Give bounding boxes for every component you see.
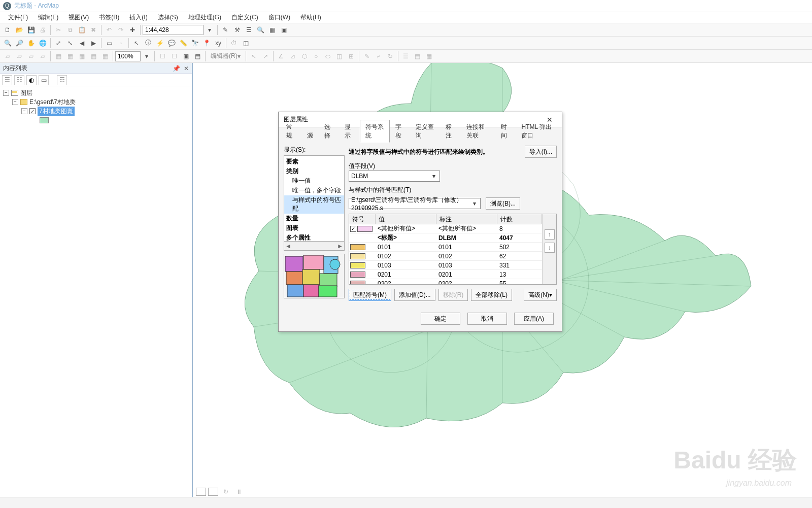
goto-xy-icon[interactable]: xy	[213, 38, 224, 49]
match-symbols-button[interactable]: 匹配符号(M)	[349, 289, 391, 301]
layout3-icon[interactable]: ▣	[180, 51, 191, 62]
collapse-icon[interactable]: −	[12, 99, 18, 105]
tree-layer[interactable]: − ✓ 7村地类图斑	[3, 107, 189, 116]
create-viewer-icon[interactable]: ◫	[240, 38, 251, 49]
cat-match-style[interactable]: 与样式中的符号匹配	[284, 195, 344, 214]
symbol-swatch[interactable]	[350, 272, 365, 278]
table-row[interactable]: <标题>DLBM4047	[349, 233, 542, 243]
menu-insert[interactable]: 插入(I)	[124, 12, 152, 23]
model-builder-icon[interactable]: ▣	[278, 24, 289, 36]
chevron-down-icon[interactable]: ▾	[204, 24, 215, 36]
layer-name[interactable]: 7村地类图斑	[38, 107, 75, 116]
chevron-down-icon[interactable]: ▾	[430, 173, 437, 180]
hyperlink-icon[interactable]: ⚡	[154, 38, 165, 49]
toc-options-icon[interactable]: ☶	[57, 75, 67, 85]
find-icon[interactable]: 🔭	[189, 38, 200, 49]
html-popup-icon[interactable]: 💬	[166, 38, 177, 49]
undo-icon[interactable]: ↶	[104, 24, 115, 36]
sketch7-icon[interactable]: ⊞	[346, 51, 357, 62]
list-by-drawing-icon[interactable]: ☰	[2, 75, 12, 85]
remove-button[interactable]: 移除(R)	[438, 289, 468, 301]
print-icon[interactable]: 🖨	[37, 24, 48, 36]
paste-icon[interactable]: 📋	[76, 24, 87, 36]
import-button[interactable]: 导入(I)...	[525, 146, 557, 158]
table-row[interactable]: 01010101502	[349, 243, 542, 252]
menu-bookmarks[interactable]: 书签(B)	[94, 12, 124, 23]
tab-display[interactable]: 显示	[339, 120, 360, 143]
tree-root[interactable]: − 图层	[3, 88, 189, 97]
sketch3-icon[interactable]: ⬡	[299, 51, 310, 62]
table-row[interactable]: ✓<其他所有值><其他所有值>8	[349, 224, 542, 233]
toolbox-icon[interactable]: ⚒	[231, 24, 243, 36]
search-icon[interactable]: 🔍	[255, 24, 266, 36]
time-slider-icon[interactable]: ⏱	[228, 38, 240, 49]
menu-customize[interactable]: 自定义(C)	[226, 12, 263, 23]
chevron-down-icon[interactable]: ▾	[141, 51, 152, 62]
fixed-zoom-out-icon[interactable]: ⤡	[64, 38, 76, 49]
menu-selection[interactable]: 选择(S)	[153, 12, 183, 23]
clear-selection-icon[interactable]: ▫	[115, 38, 126, 49]
tab-selection[interactable]: 选择	[319, 120, 340, 143]
tab-definition-query[interactable]: 定义查询	[410, 120, 440, 143]
zoom-percent[interactable]: 100%	[115, 51, 141, 61]
ok-button[interactable]: 确定	[421, 313, 460, 325]
menu-geoprocessing[interactable]: 地理处理(G)	[183, 12, 226, 23]
tab-fields[interactable]: 字段	[390, 120, 411, 143]
layout4-icon[interactable]: ▤	[192, 51, 203, 62]
split-icon[interactable]: ⌿	[373, 51, 384, 62]
tab-labels[interactable]: 标注	[440, 120, 461, 143]
advanced-button[interactable]: 高级(N) ▾	[524, 289, 557, 301]
full-extent-icon[interactable]: 🌐	[37, 38, 48, 49]
find-route-icon[interactable]: 📍	[201, 38, 212, 49]
menu-window[interactable]: 窗口(W)	[263, 12, 295, 23]
symbol-swatch[interactable]	[350, 262, 365, 268]
move-up-button[interactable]: ↑	[545, 229, 555, 240]
zoom-in-icon[interactable]: 🔍	[2, 38, 13, 49]
cat-unique[interactable]: 唯一值	[284, 176, 344, 186]
fixed-zoom-in-icon[interactable]: ⤢	[53, 38, 64, 49]
scale-input[interactable]: 1:44,428	[143, 25, 204, 35]
grid3-icon[interactable]: ▦	[76, 51, 87, 62]
editor-dropdown[interactable]: 编辑器(R) ▾	[208, 51, 244, 61]
editor-toolbar-icon[interactable]: ✎	[220, 24, 231, 36]
grid2-icon[interactable]: ▦	[64, 51, 76, 62]
layout1-icon[interactable]: ☐	[157, 51, 168, 62]
pan-icon[interactable]: ✋	[25, 38, 37, 49]
symbol-swatch[interactable]	[350, 281, 365, 285]
tab-joins[interactable]: 连接和关联	[461, 120, 495, 143]
symbol-swatch[interactable]	[350, 244, 365, 250]
toc-pin-icon[interactable]: 📌	[173, 65, 180, 72]
apply-button[interactable]: 应用(A)	[514, 313, 554, 325]
attr-icon[interactable]: ☰	[400, 51, 412, 62]
copy-icon[interactable]: ⧉	[64, 24, 76, 36]
toc-tree[interactable]: − 图层 − E:\gserd\7村地类 − ✓ 7村地类图斑	[0, 86, 192, 497]
tree-group[interactable]: − E:\gserd\7村地类	[3, 97, 189, 107]
new-doc-icon[interactable]: 🗋	[2, 24, 13, 36]
refresh-icon[interactable]: ↻	[220, 486, 231, 497]
create-features-icon[interactable]: ▦	[424, 51, 435, 62]
add-values-button[interactable]: 添加值(D)...	[394, 289, 435, 301]
layout-view-tab[interactable]	[208, 488, 218, 496]
cut-icon[interactable]: ✂	[53, 24, 64, 36]
grid1-icon[interactable]: ▦	[53, 51, 64, 62]
trace-icon[interactable]: ✎	[361, 51, 373, 62]
collapse-icon[interactable]: −	[3, 90, 9, 96]
style-path-combo[interactable]: E:\gserd\三调符号库\三调符号库（修改）20190925.s▾	[349, 198, 481, 209]
browse-button[interactable]: 浏览(B)...	[486, 197, 520, 210]
symbol-swatch[interactable]	[357, 226, 373, 232]
symbol-checkbox[interactable]: ✓	[350, 226, 356, 232]
catalog-icon[interactable]: ☰	[243, 24, 254, 36]
add-data-icon[interactable]: ✚	[127, 24, 138, 36]
topology2-icon[interactable]: ▱	[14, 51, 25, 62]
save-icon[interactable]: 💾	[25, 24, 37, 36]
menu-help[interactable]: 帮助(H)	[295, 12, 326, 23]
identify-icon[interactable]: ⓘ	[143, 38, 154, 49]
data-view-tab[interactable]	[196, 488, 206, 496]
select-features-icon[interactable]: ▭	[104, 38, 115, 49]
symbol-swatch[interactable]	[350, 253, 365, 259]
redo-icon[interactable]: ↷	[115, 24, 126, 36]
cat-categories[interactable]: 类别	[284, 166, 344, 176]
tree-symbol[interactable]	[3, 116, 189, 125]
prev-extent-icon[interactable]: ◀	[76, 38, 87, 49]
grid4-icon[interactable]: ▦	[88, 51, 99, 62]
